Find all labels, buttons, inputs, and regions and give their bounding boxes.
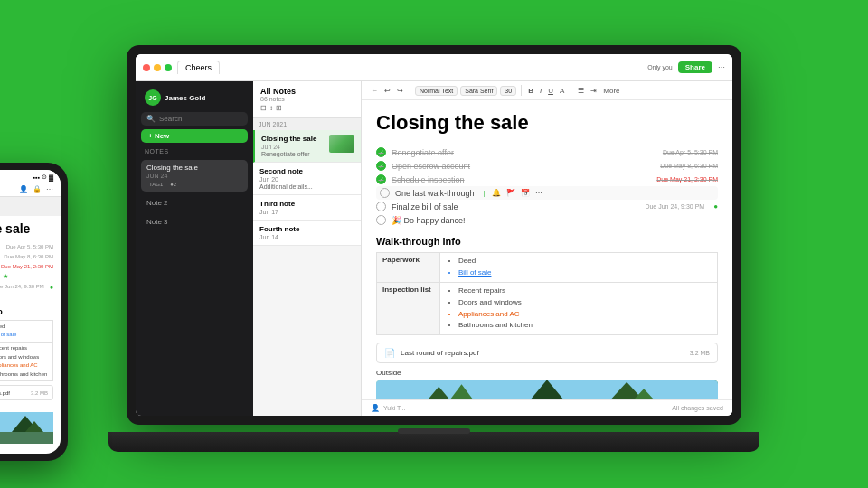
table-content-inspection: Recent repairs Doors and windows Applian… — [440, 282, 718, 334]
bold-button[interactable]: B — [526, 86, 535, 96]
task-5[interactable]: Finalize bill of sale Due Jun 24, 9:30 P… — [376, 200, 718, 213]
list-icon[interactable]: ☰ — [576, 86, 586, 96]
phone-paperwork-list: Deed Bill of sale — [0, 323, 49, 340]
task-bell-icon[interactable]: 🔔 — [492, 189, 501, 197]
phone-task-1[interactable]: Renegotiate offer Due Apr 5, 5:30 PM — [0, 242, 53, 252]
notes-list-actions: ⊟ ↕ ⊞ — [260, 104, 354, 112]
traffic-lights — [143, 64, 172, 71]
phone-insp-3: Appliances and AC — [0, 361, 49, 371]
task-label-3: Schedule inspection — [392, 175, 465, 184]
phone-more-icon[interactable]: ⋯ — [46, 185, 53, 193]
note-list-date-3: Jun 17 — [259, 209, 354, 215]
footer-icon: 👤 — [371, 404, 380, 412]
phone-attachment[interactable]: 📄 Last round of repairs.pdf 3.2 MB — [0, 385, 53, 400]
more-icon[interactable]: ⋯ — [718, 63, 725, 71]
task-checkbox-2[interactable] — [376, 161, 386, 171]
task-2[interactable]: Open escrow account Due May 8, 6:30 PM — [376, 159, 718, 173]
footer-user-label: Yuki T... — [383, 405, 405, 411]
phone-image-label: Outside — [0, 404, 53, 410]
phone-task-4[interactable]: One last walk-through ★ — [0, 272, 53, 282]
image-label: Outside — [376, 369, 718, 377]
app-topbar: Cheers Only you Share ⋯ — [136, 54, 732, 81]
toolbar-sep-2 — [521, 85, 522, 96]
paperwork-list: Deed Bill of sale — [446, 256, 712, 279]
new-note-button[interactable]: + New — [141, 129, 248, 143]
task-label-6: 🎉 Do happy dance! — [392, 216, 466, 225]
sidebar-item-2[interactable]: Note 2 — [141, 195, 248, 211]
back-icon[interactable]: ← — [369, 86, 380, 96]
bill-link[interactable]: Bill of sale — [458, 268, 491, 277]
redo-icon[interactable]: ↪ — [395, 86, 405, 96]
highlight-icon[interactable]: A — [558, 86, 566, 96]
phone-lock-icon[interactable]: 🔒 — [33, 185, 42, 193]
sidebar-item-3[interactable]: Note 3 — [141, 214, 248, 230]
task-more-icon[interactable]: ⋯ — [535, 189, 542, 197]
phone-task-6[interactable]: 🎉 Do happy dance! — [0, 292, 53, 302]
more-button[interactable]: More — [601, 86, 621, 96]
attachment-bar[interactable]: 📄 Last round of repairs.pdf 3.2 MB — [376, 343, 718, 363]
undo-icon[interactable]: ↩ — [382, 86, 392, 96]
task-3[interactable]: Schedule inspection Due May 21, 2:30 PM — [376, 173, 718, 186]
paperwork-item-bill[interactable]: Bill of sale — [458, 267, 712, 279]
task-checkbox-1[interactable] — [376, 147, 386, 157]
note-title[interactable]: Closing the sale — [376, 111, 718, 135]
notes-list-title: All Notes — [260, 87, 354, 96]
phone-task-2[interactable]: Open escrow account Due May 8, 6:30 PM — [0, 252, 53, 262]
task-checkbox-6[interactable] — [376, 215, 386, 225]
task-checkbox-4[interactable] — [380, 188, 390, 198]
tab-cheers[interactable]: Cheers — [177, 61, 220, 74]
phone-table-content-2: Recent repairs Doors and windows Applian… — [0, 342, 53, 380]
format-dropdown[interactable]: Normal Text — [415, 86, 458, 96]
note-list-title-2: Second note — [259, 167, 354, 175]
task-checkbox-3[interactable] — [376, 174, 386, 184]
share-button[interactable]: Share — [678, 61, 712, 73]
filter-icon[interactable]: ⊟ — [260, 104, 267, 112]
grid-icon[interactable]: ⊞ — [276, 104, 282, 112]
phone-task-due-1: Due Apr 5, 5:30 PM — [6, 244, 53, 249]
sidebar-note-title-2: Note 2 — [146, 199, 242, 207]
sidebar-item-closing[interactable]: Closing the sale JUN 24 TAG1 ●2 — [141, 160, 248, 192]
section-walk-through: Walk-through info — [376, 236, 718, 247]
image-preview — [376, 380, 718, 399]
table-row-paperwork: Paperwork Deed Bill of sale — [377, 253, 718, 283]
underline-button[interactable]: U — [546, 86, 555, 96]
phone-task-5[interactable]: Finalize bill of sale Due Jun 24, 9:30 P… — [0, 282, 53, 292]
phone-bill[interactable]: Bill of sale — [0, 331, 49, 340]
phone-task-3[interactable]: Schedule inspection Due May 21, 2:30 PM — [0, 262, 53, 272]
phone-note-title[interactable]: Closing the sale — [0, 221, 53, 237]
task-label-1: Renegotiate offer — [392, 148, 454, 157]
info-table: Paperwork Deed Bill of sale — [376, 252, 718, 335]
phone-insp-4: Bathrooms and kitchen — [0, 371, 49, 380]
minimize-button[interactable] — [154, 64, 161, 71]
laptop-screen: Cheers Only you Share ⋯ JG James Gold — [136, 54, 732, 416]
inspection-list: Recent repairs Doors and windows Applian… — [446, 286, 712, 332]
task-checkbox-5[interactable] — [376, 202, 386, 211]
signal-icon: ▪▪▪ — [33, 174, 39, 181]
task-flag-icon[interactable]: 🚩 — [506, 189, 515, 197]
close-button[interactable] — [143, 64, 150, 71]
task-cal-icon[interactable]: 📅 — [521, 189, 530, 197]
note-list-item-2[interactable]: Second note Jun 20 Additional details... — [253, 163, 361, 195]
task-1[interactable]: Renegotiate offer Due Apr 5, 5:30 PM — [376, 145, 718, 159]
task-4[interactable]: One last walk-through | 🔔 🚩 📅 ⋯ — [376, 186, 718, 200]
note-list-item-1[interactable]: Closing the sale Jun 24 Renegotiate offe… — [253, 130, 361, 163]
font-dropdown[interactable]: Sara Serif — [460, 86, 497, 96]
search-box[interactable]: 🔍 Search — [141, 112, 248, 126]
phone-note-date: Nov 1 — [0, 207, 53, 212]
fullscreen-button[interactable] — [165, 64, 172, 71]
svg-rect-8 — [0, 432, 53, 444]
note-list-item-3[interactable]: Third note Jun 17 — [253, 195, 361, 221]
app-container: Cheers Only you Share ⋯ JG James Gold — [136, 54, 732, 416]
italic-button[interactable]: I — [538, 86, 543, 96]
task-due-2: Due May 8, 6:30 PM — [660, 163, 718, 169]
phone-task-due-3: Due May 21, 2:30 PM — [1, 264, 53, 269]
phone-person-icon[interactable]: 👤 — [19, 185, 28, 193]
sort-icon[interactable]: ↕ — [269, 104, 273, 112]
size-dropdown[interactable]: 30 — [500, 86, 516, 96]
note-list-preview-1: Renegotiate offer — [261, 151, 326, 157]
note-list-item-4[interactable]: Fourth note Jun 14 — [253, 221, 361, 246]
paperwork-item-deed: Deed — [458, 256, 712, 267]
pdf-icon: 📄 — [384, 348, 395, 358]
indent-icon[interactable]: ⇥ — [589, 86, 599, 96]
task-6[interactable]: 🎉 Do happy dance! — [376, 213, 718, 227]
